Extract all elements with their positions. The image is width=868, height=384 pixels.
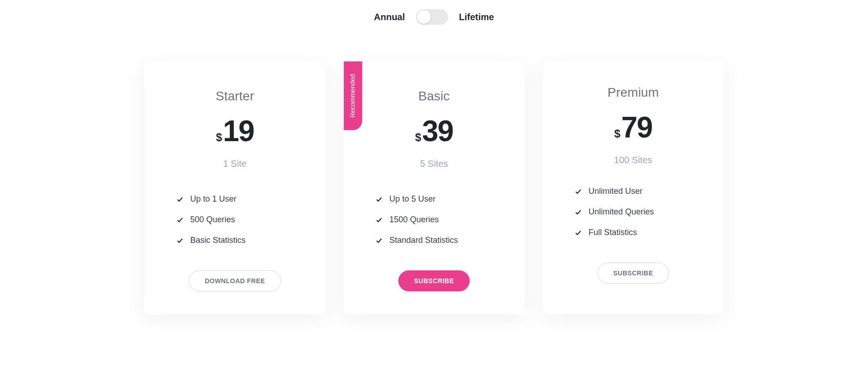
- check-icon: [575, 209, 581, 215]
- currency: $: [415, 131, 421, 144]
- feature-list: Up to 1 User 500 Queries Basic Statistic…: [172, 194, 298, 245]
- pricing-card-starter: Starter $ 19 1 Site Up to 1 User 500 Que…: [145, 61, 326, 314]
- feature-text: 500 Queries: [190, 215, 235, 225]
- sites-label: 5 Sites: [371, 159, 497, 169]
- check-icon: [376, 217, 382, 223]
- feature-item: Unlimited Queries: [575, 207, 692, 217]
- toggle-label-annual: Annual: [374, 12, 405, 22]
- price: 79: [621, 113, 652, 142]
- price: 19: [223, 116, 254, 146]
- toggle-label-lifetime: Lifetime: [459, 12, 494, 22]
- plan-name: Premium: [570, 85, 696, 100]
- currency: $: [216, 131, 222, 144]
- billing-toggle-row: Annual Lifetime: [0, 9, 868, 25]
- billing-toggle[interactable]: [416, 9, 448, 25]
- ribbon-text: Recommended: [349, 74, 357, 118]
- feature-text: 1500 Queries: [390, 215, 439, 225]
- price-row: $ 79: [570, 113, 696, 142]
- price-row: $ 39: [371, 116, 497, 146]
- feature-text: Basic Statistics: [190, 236, 246, 245]
- download-free-button[interactable]: DOWNLOAD FREE: [189, 270, 281, 291]
- recommended-ribbon: Recommended: [344, 61, 362, 130]
- check-icon: [177, 217, 183, 223]
- price-row: $ 19: [172, 116, 298, 146]
- feature-text: Up to 5 User: [390, 194, 436, 204]
- pricing-card-premium: Premium $ 79 100 Sites Unlimited User Un…: [543, 61, 724, 314]
- check-icon: [177, 237, 183, 244]
- check-icon: [376, 237, 382, 244]
- feature-item: Standard Statistics: [376, 236, 493, 245]
- feature-item: Up to 5 User: [376, 194, 493, 204]
- pricing-cards: Starter $ 19 1 Site Up to 1 User 500 Que…: [0, 61, 868, 314]
- check-icon: [376, 196, 382, 203]
- check-icon: [575, 188, 581, 195]
- sites-label: 100 Sites: [570, 155, 696, 165]
- plan-name: Basic: [371, 89, 497, 104]
- subscribe-button[interactable]: SUBSCRIBE: [398, 270, 470, 291]
- pricing-card-basic: Recommended Basic $ 39 5 Sites Up to 5 U…: [344, 61, 525, 314]
- plan-name: Starter: [172, 89, 298, 104]
- sites-label: 1 Site: [172, 159, 298, 169]
- feature-text: Full Statistics: [589, 228, 637, 237]
- feature-text: Unlimited User: [589, 187, 643, 196]
- feature-text: Unlimited Queries: [589, 207, 654, 217]
- feature-text: Standard Statistics: [390, 236, 458, 245]
- check-icon: [575, 230, 581, 236]
- feature-item: Full Statistics: [575, 228, 692, 237]
- currency: $: [614, 127, 620, 140]
- feature-list: Up to 5 User 1500 Queries Standard Stati…: [371, 194, 497, 245]
- feature-item: Unlimited User: [575, 187, 692, 196]
- price: 39: [422, 116, 453, 146]
- feature-item: 500 Queries: [177, 215, 293, 225]
- check-icon: [177, 196, 183, 203]
- feature-item: Basic Statistics: [177, 236, 293, 245]
- feature-item: Up to 1 User: [177, 194, 293, 204]
- toggle-knob: [417, 10, 431, 24]
- subscribe-button[interactable]: SUBSCRIBE: [597, 263, 669, 284]
- feature-list: Unlimited User Unlimited Queries Full St…: [570, 187, 696, 237]
- feature-item: 1500 Queries: [376, 215, 493, 225]
- feature-text: Up to 1 User: [190, 194, 237, 204]
